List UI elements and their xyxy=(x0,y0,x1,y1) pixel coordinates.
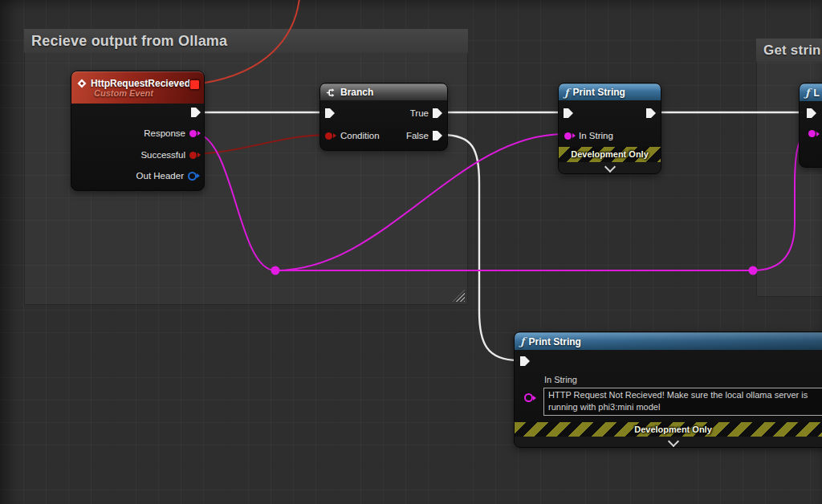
node-print-string-bottom[interactable]: ƒ Print String In String HTTP Request No… xyxy=(514,331,822,448)
development-only-banner: Development Only xyxy=(559,147,661,162)
condition-pin[interactable] xyxy=(325,132,332,140)
node-collapse-footer[interactable] xyxy=(515,437,822,447)
exec-input-pin-row xyxy=(520,356,530,366)
false-pin-row: False xyxy=(406,131,442,140)
comment-resize-handle-icon[interactable] xyxy=(453,290,465,302)
node-title: HttpRequestRecieved xyxy=(91,78,190,89)
pin-label: False xyxy=(406,131,429,140)
in-string-pin[interactable] xyxy=(564,132,572,140)
pin-label: In String xyxy=(579,131,613,140)
node-title: Print String xyxy=(529,336,581,348)
node-http-request-recieved[interactable]: HttpRequestRecieved Custom Event Respons… xyxy=(71,71,205,191)
false-exec-pin[interactable] xyxy=(433,131,442,140)
node-title: Print String xyxy=(573,87,625,98)
in-string-input[interactable]: HTTP Request Not Recieved! Make sure the… xyxy=(543,388,822,416)
true-pin-row: True xyxy=(410,108,442,118)
true-exec-pin[interactable] xyxy=(433,108,442,118)
in-string-pin-row: In String xyxy=(564,131,613,140)
comment-recieve-output-title[interactable]: Recieve output from Ollama xyxy=(24,29,468,53)
exec-output-pin-row xyxy=(646,108,656,118)
pin-label: Response xyxy=(144,128,185,138)
exec-input-pin-row xyxy=(325,108,335,118)
node-title: Branch xyxy=(340,87,373,98)
custom-event-icon xyxy=(77,79,87,88)
chevron-down-icon[interactable] xyxy=(604,161,615,173)
in-string-label: In String xyxy=(544,375,577,384)
pin-label: Out Header xyxy=(136,171,184,181)
exec-output-pin-row xyxy=(191,108,201,117)
in-string-pin[interactable] xyxy=(524,393,533,402)
in-string-pin-row xyxy=(524,393,533,402)
development-only-banner: Development Only xyxy=(515,422,822,437)
node-branch[interactable]: Branch Condition True False xyxy=(319,83,448,151)
delegate-pin[interactable] xyxy=(189,79,200,90)
exec-input-pin[interactable] xyxy=(325,108,335,118)
node-right-function[interactable]: ƒ L xyxy=(799,83,822,168)
exec-input-pin-row xyxy=(807,108,816,118)
exec-input-pin[interactable] xyxy=(564,108,573,118)
comment-get-string: Get strin xyxy=(756,39,822,297)
string-input-pin[interactable] xyxy=(808,130,816,137)
pin-label: True xyxy=(410,108,429,118)
pin-label: Condition xyxy=(340,131,380,140)
out-header-pin-row: Out Header xyxy=(136,171,201,181)
exec-output-pin[interactable] xyxy=(646,108,656,118)
function-icon: ƒ xyxy=(564,87,569,98)
pin-label: Successful xyxy=(140,150,185,160)
node-collapse-footer[interactable] xyxy=(559,162,661,173)
comment-get-string-title[interactable]: Get strin xyxy=(756,39,822,62)
function-icon: ƒ xyxy=(805,87,810,98)
exec-input-pin-row xyxy=(564,108,573,118)
exec-input-pin[interactable] xyxy=(807,108,816,118)
function-icon: ƒ xyxy=(520,336,525,347)
node-subtitle: Custom Event xyxy=(94,88,153,98)
string-input-pin-row xyxy=(808,130,816,137)
successful-pin[interactable] xyxy=(189,152,197,159)
node-title: L xyxy=(814,87,820,99)
condition-pin-row: Condition xyxy=(325,131,380,140)
response-pin[interactable] xyxy=(189,130,197,137)
exec-input-pin[interactable] xyxy=(520,356,530,366)
out-header-pin[interactable] xyxy=(188,172,197,181)
successful-pin-row: Successful xyxy=(140,150,201,160)
exec-output-pin[interactable] xyxy=(191,108,201,117)
response-pin-row: Response xyxy=(144,128,201,138)
branch-icon xyxy=(326,87,336,98)
chevron-down-icon[interactable] xyxy=(667,436,678,447)
node-print-string-top[interactable]: ƒ Print String In String Development Onl… xyxy=(558,83,661,174)
